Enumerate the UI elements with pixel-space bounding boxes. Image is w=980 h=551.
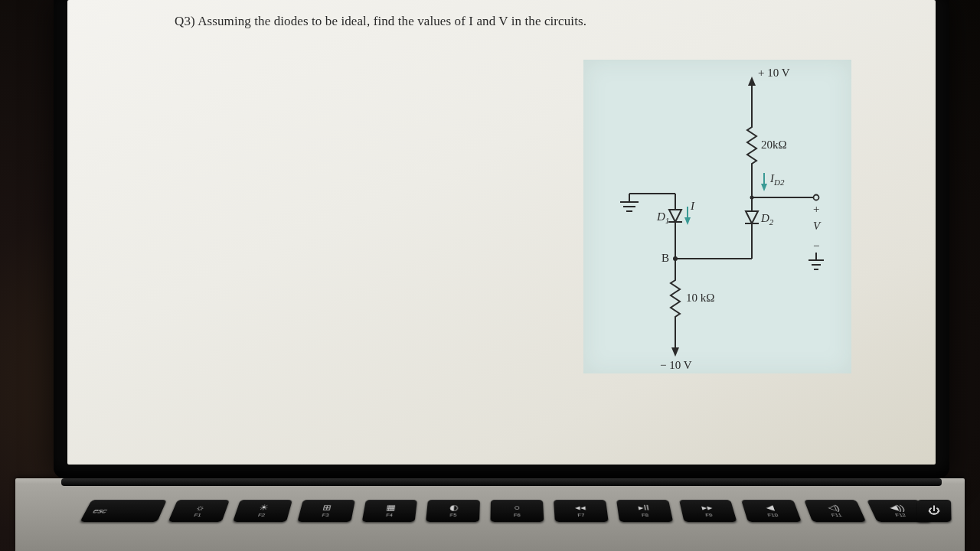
current-id2: ID2 xyxy=(761,172,785,191)
key-f8[interactable]: ▸IIF8 xyxy=(616,500,673,522)
plus-sign: + xyxy=(813,203,819,215)
circuit-figure: + 10 V 20kΩ ID2 xyxy=(583,60,851,373)
v-label: V xyxy=(813,220,822,232)
key-f3[interactable]: ⊞F3 xyxy=(297,500,354,522)
resistor-20k: 20kΩ xyxy=(747,121,787,170)
resistor-10k: 10 kΩ xyxy=(671,274,714,323)
terminal-v-top xyxy=(814,195,819,201)
screen-bezel: Q3) Assuming the diodes to be ideal, fin… xyxy=(54,0,949,478)
ground-right xyxy=(808,253,824,269)
svg-marker-35 xyxy=(671,347,679,357)
circuit-svg: + 10 V 20kΩ ID2 xyxy=(583,60,851,373)
svg-text:10 kΩ: 10 kΩ xyxy=(686,292,714,304)
svg-text:I: I xyxy=(690,200,695,212)
diode-d2: D2 xyxy=(745,197,774,259)
bottom-voltage: − 10 V xyxy=(660,323,692,371)
question-text: Q3) Assuming the diodes to be ideal, fin… xyxy=(175,14,859,29)
key-esc[interactable]: esc xyxy=(80,500,167,522)
key-f1[interactable]: ☼F1 xyxy=(168,500,230,522)
power-button[interactable]: ⏻ xyxy=(916,500,951,522)
key-f9[interactable]: ▸▸F9 xyxy=(679,500,737,522)
svg-text:ID2: ID2 xyxy=(769,172,785,187)
function-row: esc ☼F1 ☀F2 ⊞F3 ▦F4 ◐F5 ○F6 ◂◂F7 ▸IIF8 ▸… xyxy=(76,500,935,530)
screen: Q3) Assuming the diodes to be ideal, fin… xyxy=(67,0,936,465)
top-voltage: + 10 V xyxy=(748,67,790,121)
document-content: Q3) Assuming the diodes to be ideal, fin… xyxy=(175,14,859,465)
question-body: Assuming the diodes to be ideal, find th… xyxy=(198,14,586,28)
svg-text:D2: D2 xyxy=(760,212,774,227)
svg-marker-10 xyxy=(746,211,758,223)
key-f11[interactable]: ◁)F11 xyxy=(804,500,866,522)
current-i: I xyxy=(684,200,695,225)
hinge xyxy=(61,478,942,486)
key-f10[interactable]: ◀F10 xyxy=(741,500,802,522)
svg-text:− 10 V: − 10 V xyxy=(660,359,692,371)
svg-marker-5 xyxy=(761,184,767,191)
laptop: Q3) Assuming the diodes to be ideal, fin… xyxy=(15,0,965,551)
key-f5[interactable]: ◐F5 xyxy=(426,500,480,522)
key-f6[interactable]: ○F6 xyxy=(491,500,544,522)
key-f2[interactable]: ☀F2 xyxy=(233,500,292,522)
key-f4[interactable]: ▦F4 xyxy=(361,500,417,522)
svg-text:20kΩ: 20kΩ xyxy=(761,139,787,151)
svg-marker-24 xyxy=(669,210,681,222)
svg-text:+ 10 V: + 10 V xyxy=(758,67,790,79)
key-f7[interactable]: ◂◂F7 xyxy=(554,500,609,522)
minus-sign: − xyxy=(813,240,819,252)
svg-text:D1: D1 xyxy=(656,210,669,225)
question-label: Q3) xyxy=(175,14,195,28)
svg-marker-1 xyxy=(748,77,756,86)
svg-marker-29 xyxy=(684,217,691,225)
keyboard-deck: esc ☼F1 ☀F2 ⊞F3 ▦F4 ◐F5 ○F6 ◂◂F7 ▸IIF8 ▸… xyxy=(15,478,965,551)
node-b-label: B xyxy=(662,252,669,264)
ground-left xyxy=(620,194,639,211)
